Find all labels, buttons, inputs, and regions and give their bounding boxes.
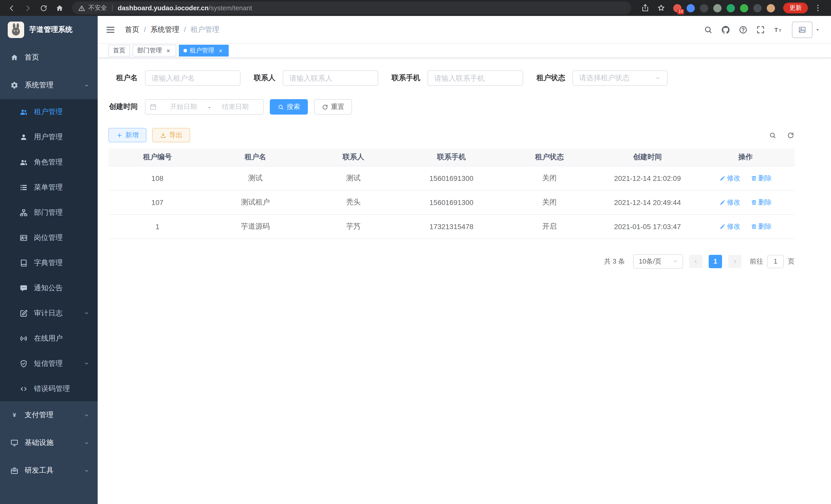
hamburger-icon[interactable] — [105, 24, 116, 35]
tab-close-icon[interactable]: × — [165, 47, 172, 54]
omnibox-divider — [112, 5, 113, 11]
edit-link[interactable]: 修改 — [719, 173, 740, 183]
sidebar-item-label: 菜单管理 — [34, 183, 63, 192]
breadcrumb-item[interactable]: 租户管理 — [191, 25, 220, 34]
sidebar-item[interactable]: 字典管理 — [0, 250, 98, 275]
bookmark-star-icon[interactable] — [657, 4, 665, 12]
sidebar-item[interactable]: 研发工具 — [0, 457, 98, 484]
sidebar-item-label: 在线用户 — [34, 334, 63, 343]
sidebar-item[interactable]: 系统管理 — [0, 71, 98, 99]
tab[interactable]: 部门管理 × — [133, 45, 176, 57]
sidebar-item-label: 系统管理 — [25, 81, 53, 90]
share-icon[interactable] — [641, 4, 650, 12]
sidebar-item[interactable]: 基础设施 — [0, 429, 98, 457]
table-row: 108 测试 测试 15601691300 关闭 2021-12-14 21:0… — [109, 166, 795, 190]
extension-icon[interactable]: 10 — [673, 4, 682, 12]
page-size-select[interactable]: 10条/页 — [633, 254, 683, 268]
cell-tenant-id: 108 — [109, 166, 206, 190]
next-page-button[interactable] — [728, 255, 742, 268]
chevron-right-icon — [732, 258, 738, 264]
refresh-icon[interactable] — [37, 2, 50, 14]
yen-icon: ¥ — [10, 411, 19, 419]
sidebar-item[interactable]: 通知公告 — [0, 275, 98, 301]
sidebar-item[interactable]: 用户管理 — [0, 124, 98, 149]
chevron-down-icon — [84, 468, 89, 473]
extension-icon[interactable] — [700, 4, 708, 12]
cell-status: 开启 — [500, 214, 598, 238]
github-icon[interactable] — [721, 25, 730, 34]
extension-icon[interactable] — [687, 4, 695, 12]
user-avatar[interactable] — [792, 21, 821, 38]
fullscreen-icon[interactable] — [756, 25, 765, 34]
breadcrumb-item[interactable]: 系统管理 — [150, 25, 191, 34]
app-title: 芋道管理系统 — [29, 25, 73, 34]
delete-link[interactable]: 删除 — [751, 173, 772, 183]
contact-input[interactable] — [283, 70, 378, 86]
edit-link[interactable]: 修改 — [719, 222, 740, 231]
extension-icon[interactable] — [767, 4, 775, 12]
search-button[interactable]: 搜索 — [270, 99, 308, 115]
book-icon — [20, 259, 28, 267]
sidebar-item[interactable]: 在线用户 — [0, 326, 98, 351]
tenant-name-input-field[interactable] — [152, 74, 234, 82]
tab[interactable]: 首页 — [109, 45, 130, 57]
table-header-cell: 租户名 — [206, 148, 304, 166]
add-button[interactable]: 新增 — [109, 128, 146, 142]
extension-icon[interactable] — [727, 4, 735, 12]
sidebar-item-label: 研发工具 — [25, 466, 53, 475]
date-range-picker[interactable]: 开始日期 - 结束日期 — [145, 99, 264, 115]
sidebar-item[interactable]: 岗位管理 — [0, 225, 98, 250]
home-icon[interactable] — [53, 2, 66, 14]
tenant-name-input[interactable] — [145, 70, 240, 86]
toggle-search-icon[interactable] — [769, 131, 776, 139]
font-size-icon[interactable]: TT — [773, 25, 783, 34]
badge-icon — [20, 234, 28, 242]
sidebar-item[interactable]: 错误码管理 — [0, 376, 98, 401]
goto-page-input[interactable] — [767, 255, 784, 268]
phone-input-field[interactable] — [434, 74, 516, 82]
search-icon[interactable] — [704, 25, 713, 34]
tab[interactable]: 租户管理 × — [179, 45, 229, 57]
sidebar-item[interactable]: ¥ 支付管理 — [0, 401, 98, 429]
export-button[interactable]: 导出 — [152, 128, 190, 142]
extension-icon[interactable] — [753, 4, 762, 12]
reset-button[interactable]: 重置 — [314, 99, 352, 115]
sidebar-item[interactable]: 首页 — [0, 44, 98, 71]
sidebar-item[interactable]: 部门管理 — [0, 200, 98, 225]
refresh-table-icon[interactable] — [787, 131, 795, 139]
page-number-button[interactable]: 1 — [709, 255, 722, 268]
tab-close-icon[interactable]: × — [218, 47, 224, 54]
cell-tenant-name: 测试租户 — [206, 190, 304, 214]
phone-input[interactable] — [428, 70, 523, 86]
sidebar-item-label: 用户管理 — [34, 132, 63, 142]
contact-label: 联系人 — [254, 73, 276, 83]
sidebar-item[interactable]: 角色管理 — [0, 149, 98, 175]
sidebar-item[interactable]: 审计日志 — [0, 301, 98, 326]
browser-menu-icon[interactable] — [813, 4, 822, 12]
arrow-right-icon[interactable] — [21, 2, 34, 14]
export-button-label: 导出 — [169, 130, 182, 140]
search-button-label: 搜索 — [287, 102, 300, 112]
extension-icon[interactable] — [740, 4, 748, 12]
address-bar[interactable]: 不安全 dashboard.yudao.iocoder.cn/system/te… — [72, 2, 631, 14]
refresh-icon — [322, 103, 328, 110]
update-button[interactable]: 更新 — [783, 3, 808, 13]
date-start-placeholder[interactable]: 开始日期 — [160, 102, 207, 112]
question-icon[interactable] — [739, 25, 748, 34]
prev-page-button[interactable] — [689, 255, 703, 268]
sidebar-item[interactable]: 菜单管理 — [0, 175, 98, 200]
edit-link[interactable]: 修改 — [719, 198, 740, 207]
arrow-left-icon[interactable] — [5, 2, 18, 14]
date-end-placeholder[interactable]: 结束日期 — [211, 102, 259, 112]
trash-icon — [751, 223, 757, 229]
cell-tenant-name: 测试 — [206, 166, 304, 190]
sidebar-item[interactable]: 短信管理 — [0, 351, 98, 376]
contact-input-field[interactable] — [289, 74, 372, 82]
extension-icon[interactable] — [713, 4, 721, 12]
delete-link[interactable]: 删除 — [751, 198, 772, 207]
sidebar-item[interactable]: 租户管理 — [0, 99, 98, 124]
breadcrumb-item[interactable]: 首页 — [125, 25, 150, 34]
app-logo — [8, 22, 24, 38]
delete-link[interactable]: 删除 — [751, 222, 772, 231]
status-select[interactable]: 请选择租户状态 — [573, 70, 667, 86]
